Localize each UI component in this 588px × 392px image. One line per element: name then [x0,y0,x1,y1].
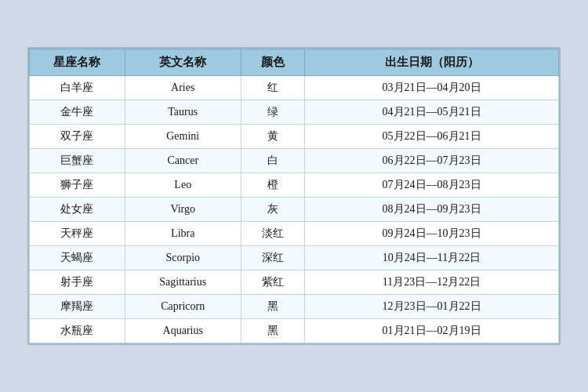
cell-color: 淡红 [241,222,305,246]
cell-color: 绿 [241,100,305,125]
header-cn-name: 星座名称 [30,49,125,76]
cell-en-name: Aries [125,76,241,100]
zodiac-table: 星座名称 英文名称 颜色 出生日期（阳历） 白羊座Aries红03月21日—04… [29,49,559,343]
cell-en-name: Aquarius [125,319,241,343]
cell-cn-name: 处女座 [30,198,125,222]
table-row: 天蝎座Scorpio深红10月24日—11月22日 [30,246,559,270]
header-date: 出生日期（阳历） [305,49,559,76]
cell-en-name: Gemini [125,125,241,149]
cell-color: 黑 [241,319,305,343]
cell-cn-name: 巨蟹座 [30,149,125,173]
table-row: 双子座Gemini黄05月22日—06月21日 [30,125,559,149]
cell-cn-name: 射手座 [30,270,125,295]
table-row: 狮子座Leo橙07月24日—08月23日 [30,173,559,198]
cell-color: 黄 [241,125,305,149]
cell-date: 08月24日—09月23日 [305,198,559,222]
cell-date: 12月23日—01月22日 [305,295,559,319]
cell-cn-name: 双子座 [30,125,125,149]
cell-color: 红 [241,76,305,100]
cell-date: 09月24日—10月23日 [305,222,559,246]
table-row: 巨蟹座Cancer白06月22日—07月23日 [30,149,559,173]
table-row: 射手座Sagittarius紫红11月23日—12月22日 [30,270,559,295]
cell-color: 橙 [241,173,305,198]
cell-en-name: Libra [125,222,241,246]
cell-en-name: Leo [125,173,241,198]
cell-en-name: Taurus [125,100,241,125]
table-row: 金牛座Taurus绿04月21日—05月21日 [30,100,559,125]
cell-date: 05月22日—06月21日 [305,125,559,149]
table-row: 天秤座Libra淡红09月24日—10月23日 [30,222,559,246]
header-color: 颜色 [241,49,305,76]
table-row: 处女座Virgo灰08月24日—09月23日 [30,198,559,222]
cell-en-name: Scorpio [125,246,241,270]
cell-cn-name: 天蝎座 [30,246,125,270]
cell-color: 灰 [241,198,305,222]
cell-date: 03月21日—04月20日 [305,76,559,100]
cell-color: 黑 [241,295,305,319]
cell-en-name: Cancer [125,149,241,173]
cell-cn-name: 白羊座 [30,76,125,100]
cell-color: 紫红 [241,270,305,295]
table-row: 摩羯座Capricorn黑12月23日—01月22日 [30,295,559,319]
cell-date: 07月24日—08月23日 [305,173,559,198]
cell-en-name: Virgo [125,198,241,222]
cell-color: 白 [241,149,305,173]
table-row: 水瓶座Aquarius黑01月21日—02月19日 [30,319,559,343]
cell-cn-name: 金牛座 [30,100,125,125]
cell-cn-name: 天秤座 [30,222,125,246]
cell-date: 04月21日—05月21日 [305,100,559,125]
cell-en-name: Sagittarius [125,270,241,295]
cell-color: 深红 [241,246,305,270]
cell-cn-name: 水瓶座 [30,319,125,343]
header-en-name: 英文名称 [125,49,241,76]
table-header-row: 星座名称 英文名称 颜色 出生日期（阳历） [30,49,559,76]
cell-en-name: Capricorn [125,295,241,319]
cell-date: 11月23日—12月22日 [305,270,559,295]
zodiac-table-container: 星座名称 英文名称 颜色 出生日期（阳历） 白羊座Aries红03月21日—04… [27,47,561,345]
table-row: 白羊座Aries红03月21日—04月20日 [30,76,559,100]
cell-date: 01月21日—02月19日 [305,319,559,343]
cell-cn-name: 狮子座 [30,173,125,198]
cell-cn-name: 摩羯座 [30,295,125,319]
cell-date: 10月24日—11月22日 [305,246,559,270]
cell-date: 06月22日—07月23日 [305,149,559,173]
